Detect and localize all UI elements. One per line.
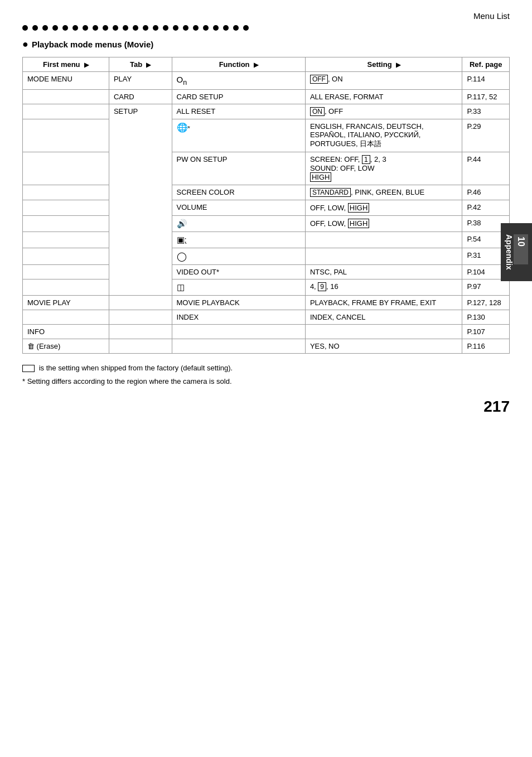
- high-box: HIGH: [310, 172, 332, 182]
- table-row: SETUP ALL RESET ON, OFF P.33: [23, 104, 510, 119]
- cell-first-menu: [23, 185, 109, 200]
- cell-ref: P.46: [462, 185, 510, 200]
- dot-4: [52, 25, 58, 31]
- footnote-area: is the setting when shipped from the fac…: [22, 363, 510, 387]
- dot-22: [233, 25, 239, 31]
- cell-function: MOVIE PLAYBACK: [172, 296, 305, 310]
- cell-tab: PLAY: [109, 72, 172, 90]
- cell-first-menu: [23, 152, 109, 185]
- cell-tab: [109, 325, 172, 339]
- footnote-default-text: is the setting when shipped from the fac…: [39, 364, 233, 372]
- cell-ref: P.116: [462, 339, 510, 354]
- cell-ref: P.130: [462, 310, 510, 325]
- cell-tab: [109, 339, 172, 354]
- dot-9: [103, 25, 108, 31]
- table-row: 🌐* ENGLISH, FRANCAIS, DEUTSCH, ESPAÑOL, …: [23, 119, 510, 152]
- cell-first-menu: [23, 200, 109, 216]
- cell-setting: OFF, LOW, HIGH: [305, 200, 462, 216]
- cell-setting: 4, 9, 16: [305, 279, 462, 296]
- cell-ref: P.44: [462, 152, 510, 185]
- cell-function: SCREEN COLOR: [172, 185, 305, 200]
- cell-function icon-cell: 🔊: [172, 216, 305, 232]
- cell-tab: CARD: [109, 90, 172, 104]
- cell-ref: P.33: [462, 104, 510, 119]
- cell-function: CARD SETUP: [172, 90, 305, 104]
- erase-icon: 🗑: [27, 342, 35, 350]
- dot-18: [193, 25, 199, 31]
- col-header-first: First menu ▶: [23, 57, 109, 72]
- table-row: INDEX INDEX, CANCEL P.130: [23, 310, 510, 325]
- cell-ref: P.117, 52: [462, 90, 510, 104]
- cell-setting: YES, NO: [305, 339, 462, 354]
- cell-ref: P.42: [462, 200, 510, 216]
- table-row: MOVIE PLAY MOVIE PLAYBACK PLAYBACK, FRAM…: [23, 296, 510, 310]
- dot-5: [62, 25, 68, 31]
- side-tab: 10 Appendix: [501, 223, 532, 281]
- bullet-icon: ●: [22, 38, 28, 50]
- side-tab-number: 10: [514, 234, 528, 264]
- dot-20: [213, 25, 219, 31]
- dot-3: [42, 25, 48, 31]
- off-box: OFF: [310, 75, 328, 84]
- cell-first-menu: MODE MENU: [23, 72, 109, 90]
- col-header-function: Function ▶: [172, 57, 305, 72]
- cell-function icon-cell: ◯: [172, 248, 305, 265]
- high-spk-box: HIGH: [348, 219, 370, 228]
- dot-13: [143, 25, 148, 31]
- cell-setting: SCREEN: OFF, 1, 2, 3 SOUND: OFF, LOW HIG…: [305, 152, 462, 185]
- cell-function icon-cell: 🌐*: [172, 119, 305, 152]
- cell-first-menu: INFO: [23, 325, 109, 339]
- table-row: SCREEN COLOR STANDARD, PINK, GREEN, BLUE…: [23, 185, 510, 200]
- dot-2: [32, 25, 38, 31]
- page-header: Menu List: [22, 11, 510, 21]
- grid-icon: ◫: [177, 282, 185, 292]
- dot-14: [153, 25, 158, 31]
- cell-setting: [305, 248, 462, 265]
- cell-function: ALL RESET: [172, 104, 305, 119]
- col-header-ref: Ref. page: [462, 57, 510, 72]
- cell-function: [172, 325, 305, 339]
- cell-ref: P.127, 128: [462, 296, 510, 310]
- cell-setting: NTSC, PAL: [305, 265, 462, 279]
- table-row: INFO P.107: [23, 325, 510, 339]
- table-row: CARD CARD SETUP ALL ERASE, FORMAT P.117,…: [23, 90, 510, 104]
- dot-11: [123, 25, 128, 31]
- header-title: Menu List: [473, 11, 510, 21]
- cell-tab-setup: SETUP: [109, 104, 172, 296]
- nine-box: 9: [318, 282, 326, 291]
- cell-setting: OFF, LOW, HIGH: [305, 216, 462, 232]
- side-tab-label: Appendix: [505, 234, 514, 270]
- cell-setting: [305, 325, 462, 339]
- cell-first-menu: [23, 216, 109, 232]
- menu-table: First menu ▶ Tab ▶ Function ▶ Setting ▶ …: [22, 57, 510, 354]
- cell-setting: OFF, ON: [305, 72, 462, 90]
- lcd-icon: ▣;: [177, 235, 187, 244]
- section-title-text: Playback mode menus (Movie): [32, 40, 153, 49]
- footnote-region: * Setting differs according to the regio…: [22, 376, 510, 387]
- col-header-tab: Tab ▶: [109, 57, 172, 72]
- cell-function: INDEX: [172, 310, 305, 325]
- table-row: VOLUME OFF, LOW, HIGH P.42: [23, 200, 510, 216]
- cell-first-menu: [23, 310, 109, 325]
- circle-icon: ◯: [177, 252, 187, 261]
- speaker-icon: 🔊: [177, 219, 187, 228]
- footnote-default: is the setting when shipped from the fac…: [22, 363, 510, 374]
- section-title: ● Playback mode menus (Movie): [22, 38, 510, 50]
- on-box: ON: [310, 107, 325, 116]
- dots-decoration: [22, 25, 510, 31]
- cell-setting: [305, 232, 462, 248]
- cell-setting: STANDARD, PINK, GREEN, BLUE: [305, 185, 462, 200]
- cell-ref: P.114: [462, 72, 510, 90]
- cell-first-menu: [23, 232, 109, 248]
- cell-first-menu: [23, 279, 109, 296]
- dot-19: [203, 25, 209, 31]
- dot-17: [183, 25, 188, 31]
- cell-first-menu: MOVIE PLAY: [23, 296, 109, 310]
- dot-21: [223, 25, 229, 31]
- dot-12: [133, 25, 138, 31]
- footnote-box-icon: [22, 365, 35, 372]
- cell-tab: [109, 310, 172, 325]
- dot-10: [113, 25, 118, 31]
- screen-1-box: 1: [362, 155, 370, 164]
- standard-box: STANDARD: [310, 188, 351, 197]
